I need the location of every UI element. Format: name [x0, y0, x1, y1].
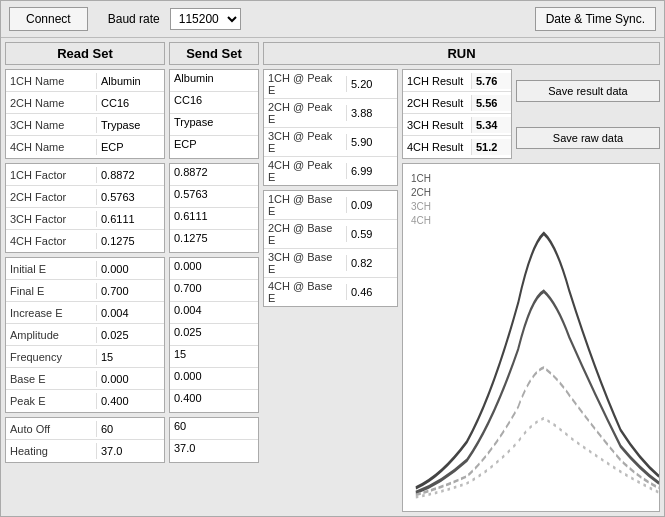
table-row: 1CH Factor 0.8872: [6, 164, 164, 186]
send-set-factors: 0.8872 0.5763 0.6111 0.1275: [169, 163, 259, 253]
datetime-sync-button[interactable]: Date & Time Sync.: [535, 7, 656, 31]
peak-label-4ch: 4CH @ Peak E: [264, 157, 346, 185]
read-set-title: Read Set: [5, 42, 165, 65]
result-label-3ch: 3CH Result: [403, 117, 471, 133]
content-area: Read Set 1CH Name Albumin 2CH Name CC16 …: [1, 38, 664, 516]
field-label-4ch-factor: 4CH Factor: [6, 233, 96, 249]
field-label-3ch-name: 3CH Name: [6, 117, 96, 133]
result-label-4ch: 4CH Result: [403, 139, 471, 155]
read-set-panel: Read Set 1CH Name Albumin 2CH Name CC16 …: [5, 42, 165, 512]
field-value-1ch-factor: 0.8872: [96, 167, 164, 183]
field-label-base-e: Base E: [6, 371, 96, 387]
field-label-1ch-factor: 1CH Factor: [6, 167, 96, 183]
table-row: Base E 0.000: [6, 368, 164, 390]
send-elution-2: 0.700: [170, 280, 258, 302]
read-set-names: 1CH Name Albumin 2CH Name CC16 3CH Name …: [5, 69, 165, 159]
chart-area: 1CH 2CH 3CH 4CH: [402, 163, 660, 512]
send-set-panel: Send Set Albumin CC16 Trypase ECP 0.8872…: [169, 42, 259, 512]
field-value-frequency: 15: [96, 349, 164, 365]
table-row: Peak E 0.400: [6, 390, 164, 412]
field-label-1ch-name: 1CH Name: [6, 73, 96, 89]
send-value-ecp: ECP: [170, 136, 258, 158]
table-row: 4CH @ Base E 0.46: [264, 278, 397, 306]
table-row: 1CH Name Albumin: [6, 70, 164, 92]
table-row: Initial E 0.000: [6, 258, 164, 280]
field-value-4ch-factor: 0.1275: [96, 233, 164, 249]
peak-section: 1CH @ Peak E 5.20 2CH @ Peak E 3.88 3CH …: [263, 69, 398, 186]
base-section: 1CH @ Base E 0.09 2CH @ Base E 0.59 3CH …: [263, 190, 398, 307]
field-value-heating: 37.0: [96, 443, 164, 459]
field-value-amplitude: 0.025: [96, 327, 164, 343]
table-row: 1CH @ Base E 0.09: [264, 191, 397, 220]
result-value-3ch: 5.34: [471, 117, 511, 133]
field-value-initial-e: 0.000: [96, 261, 164, 277]
table-row: Amplitude 0.025: [6, 324, 164, 346]
table-row: Auto Off 60: [6, 418, 164, 440]
save-raw-button[interactable]: Save raw data: [516, 127, 660, 149]
field-value-2ch-factor: 0.5763: [96, 189, 164, 205]
connect-button[interactable]: Connect: [9, 7, 88, 31]
send-misc-1: 60: [170, 418, 258, 440]
base-label-2ch: 2CH @ Base E: [264, 220, 346, 248]
peak-value-4ch: 6.99: [346, 163, 397, 179]
send-elution-6: 0.000: [170, 368, 258, 390]
field-label-3ch-factor: 3CH Factor: [6, 211, 96, 227]
base-value-3ch: 0.82: [346, 255, 397, 271]
run-panel: RUN 1CH @ Peak E 5.20 2CH @ Peak E 3.88: [263, 42, 660, 512]
base-value-2ch: 0.59: [346, 226, 397, 242]
field-label-auto-off: Auto Off: [6, 421, 96, 437]
send-set-title: Send Set: [169, 42, 259, 65]
result-label-2ch: 2CH Result: [403, 95, 471, 111]
field-label-4ch-name: 4CH Name: [6, 139, 96, 155]
table-row: 1CH Result 5.76: [403, 70, 511, 92]
send-value-albumin: Albumin: [170, 70, 258, 92]
field-label-heating: Heating: [6, 443, 96, 459]
baud-rate-label: Baud rate: [108, 12, 160, 26]
peak-value-2ch: 3.88: [346, 105, 397, 121]
send-elution-1: 0.000: [170, 258, 258, 280]
send-elution-5: 15: [170, 346, 258, 368]
result-value-1ch: 5.76: [471, 73, 511, 89]
field-label-initial-e: Initial E: [6, 261, 96, 277]
run-title: RUN: [263, 42, 660, 65]
table-row: Final E 0.700: [6, 280, 164, 302]
table-row: Increase E 0.004: [6, 302, 164, 324]
send-elution-7: 0.400: [170, 390, 258, 412]
baud-rate-select[interactable]: 115200 9600 57600: [170, 8, 241, 30]
send-value-cc16: CC16: [170, 92, 258, 114]
send-elution-3: 0.004: [170, 302, 258, 324]
base-label-4ch: 4CH @ Base E: [264, 278, 346, 306]
field-value-final-e: 0.700: [96, 283, 164, 299]
field-label-final-e: Final E: [6, 283, 96, 299]
read-set-misc: Auto Off 60 Heating 37.0: [5, 417, 165, 463]
table-row: 2CH Result 5.56: [403, 92, 511, 114]
save-result-button[interactable]: Save result data: [516, 80, 660, 102]
field-value-2ch-name: CC16: [96, 95, 164, 111]
field-label-amplitude: Amplitude: [6, 327, 96, 343]
read-set-elution: Initial E 0.000 Final E 0.700 Increase E…: [5, 257, 165, 413]
top-bar: Connect Baud rate 115200 9600 57600 Date…: [1, 1, 664, 38]
field-value-4ch-name: ECP: [96, 139, 164, 155]
field-label-frequency: Frequency: [6, 349, 96, 365]
field-value-increase-e: 0.004: [96, 305, 164, 321]
send-elution-4: 0.025: [170, 324, 258, 346]
result-label-1ch: 1CH Result: [403, 73, 471, 89]
result-value-4ch: 51.2: [471, 139, 511, 155]
send-factor-4: 0.1275: [170, 230, 258, 252]
field-value-3ch-factor: 0.6111: [96, 211, 164, 227]
field-value-auto-off: 60: [96, 421, 164, 437]
chart-svg: [403, 164, 659, 511]
peak-label-3ch: 3CH @ Peak E: [264, 128, 346, 156]
table-row: 4CH @ Peak E 6.99: [264, 157, 397, 185]
table-row: 2CH @ Peak E 3.88: [264, 99, 397, 128]
table-row: 3CH Result 5.34: [403, 114, 511, 136]
send-set-elution: 0.000 0.700 0.004 0.025 15 0.000 0.400: [169, 257, 259, 413]
table-row: 3CH @ Peak E 5.90: [264, 128, 397, 157]
peak-value-1ch: 5.20: [346, 76, 397, 92]
result-value-2ch: 5.56: [471, 95, 511, 111]
peak-label-2ch: 2CH @ Peak E: [264, 99, 346, 127]
base-label-1ch: 1CH @ Base E: [264, 191, 346, 219]
table-row: 4CH Name ECP: [6, 136, 164, 158]
peak-label-1ch: 1CH @ Peak E: [264, 70, 346, 98]
send-misc-2: 37.0: [170, 440, 258, 462]
